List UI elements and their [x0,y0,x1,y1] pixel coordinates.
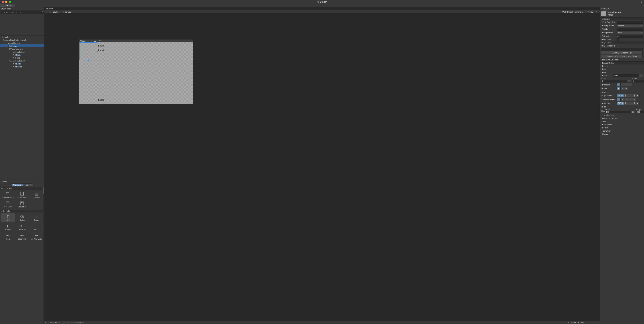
inspector-section-position[interactable]: ▸Position [600,68,644,71]
canvas-label[interactable]: Label [98,98,104,101]
foldout-toggle[interactable]: ▾ [1,39,3,41]
align-items-auto[interactable]: AUTO [616,94,624,97]
library-item[interactable]: List View [30,190,44,200]
tab-index-input[interactable] [616,35,643,38]
library-item[interactable]: TLabel [1,213,15,222]
new-selector-input[interactable] [6,11,41,13]
foldout-toggle[interactable]: ▾ [6,48,8,50]
inspector-section-flex[interactable]: ▾Flex [600,71,644,74]
foldout-toggle[interactable]: ▾ [8,60,10,62]
minimize-window-button[interactable] [5,1,7,3]
style-class-input[interactable] [601,48,642,50]
width-unit[interactable]: px [631,110,635,114]
hierarchy-file-row[interactable]: ▾ DynamicDataListItem.uxml [0,38,44,42]
library-item[interactable]: Tree View [1,200,15,209]
flex-grow-input[interactable] [632,80,644,82]
align-self-auto[interactable]: AUTO [616,102,624,105]
flex-wrap-reverse[interactable]: ↪ [624,87,628,90]
library-item[interactable]: Slider (Int) [15,232,29,241]
viewport-canvas[interactable]: ml #Image ↕↔ ▭ ▬ ▪ Label Label [44,13,600,321]
stylesheets-menu-button[interactable]: ⋮ [41,8,43,10]
hierarchy-item[interactable]: ▾VisualElement [0,50,44,53]
hierarchy-item[interactable]: ▾VisualElement [0,47,44,50]
inspector-section-display[interactable]: ▸Display [600,64,644,68]
selected-element-outline[interactable] [79,42,97,60]
inspector-section-transform[interactable]: ▸Transform [600,129,644,132]
flex-direction-row[interactable]: → [624,83,628,86]
hierarchy-item[interactable]: T#Name [0,53,44,56]
library-section-containers[interactable]: ▾ Containers [0,187,44,190]
hierarchy-item[interactable]: T#Title [0,56,44,59]
canvas-label[interactable]: Label [98,103,104,106]
anchor-icon-2[interactable]: ▬ [94,40,97,42]
library-tab-project[interactable]: Project [23,184,33,186]
move-handle-icon[interactable]: ↕↔ [88,40,90,42]
library-section-controls[interactable]: ▾ Controls [0,210,44,212]
inspector-section-inlined-styles[interactable]: ▾Inlined Styles [600,61,644,64]
foldout-toggle[interactable]: ▾ [8,51,10,52]
window-menu-button[interactable]: ⋮ [640,0,642,3]
focusable-checkbox[interactable] [616,38,619,41]
library-item[interactable]: Scroller [1,223,15,232]
library-item[interactable]: Group Box [15,200,29,209]
library-item[interactable]: Foldout [30,223,44,232]
uss-preview-toggle[interactable]: ▸ USS Preview [570,321,600,324]
hierarchy-item[interactable]: T#Phone [0,65,44,68]
foldout-toggle[interactable]: ▾ [6,45,8,47]
view-data-key-input[interactable] [616,21,643,24]
inspector-section-border[interactable]: ▸Border [600,126,644,129]
library-item[interactable]: Text Field [15,223,29,232]
flex-basis-unit[interactable]: - [639,74,643,77]
justify-start[interactable]: ▏ [616,98,620,101]
inspector-section-stylesheet[interactable]: ▾StyleSheet [600,41,644,44]
viewport-zoom-dropdown[interactable]: 100%▾ [52,11,61,13]
align-items-stretch[interactable]: ▮ [636,94,640,97]
align-self-center[interactable]: ▪ [628,102,632,105]
hierarchy-item[interactable]: ▾VisualElement [0,42,44,44]
justify-around[interactable]: ◌ [632,98,636,101]
library-item[interactable]: Slider [1,232,15,241]
open-external-icon[interactable]: ↗ [567,322,570,324]
foldout-toggle[interactable]: ▾ [4,42,5,44]
add-selector-button[interactable]: + [0,11,4,14]
tooltip-input[interactable] [616,28,643,30]
inspector-section-cursor[interactable]: ▸Cursor [600,132,644,136]
align-items-center[interactable]: ▪ [628,94,632,97]
library-tab-standard[interactable]: Standard [11,184,23,186]
size-minmax-toggle[interactable]: ▸Min - Max [600,114,644,117]
align-self-stretch[interactable]: ▮ [636,102,640,105]
resize-handle-bottom[interactable] [88,60,89,61]
canvas-label[interactable]: Label [98,49,104,52]
add-style-class-button[interactable]: Add Style Class to List [601,51,642,54]
height-input[interactable] [636,110,644,114]
hierarchy-item[interactable]: ▾VisualElement [0,59,44,62]
library-menu-button[interactable]: ⋮ [41,180,43,182]
align-items-start[interactable]: ▏ [624,94,628,97]
width-input[interactable] [605,110,631,114]
library-item[interactable]: Scroll View [15,190,29,200]
align-self-end[interactable]: ▕ [632,102,636,105]
inspector-section-matching-selectors[interactable]: ▸Matching Selectors [600,58,644,61]
inspector-section-align[interactable]: ▾Align [600,90,644,94]
flex-wrap[interactable]: ↩ [620,87,624,90]
inspector-section-background[interactable]: ▸Background [600,123,644,126]
flex-direction-column[interactable]: ↓↑ [616,83,620,86]
picking-mode-dropdown[interactable]: Position▾ [616,24,643,27]
flex-direction-column-reverse[interactable]: ↑↓ [620,83,624,86]
library-item[interactable]: Button [15,213,29,222]
library-item[interactable]: Toggle [30,213,44,222]
inspector-section-size[interactable]: ▾Size [600,105,644,108]
usage-hints-dropdown[interactable]: None▾ [616,31,643,34]
viewport-theme-dropdown[interactable]: Unity Default Runtime …▾ [561,11,586,13]
library-item[interactable]: Visual Element [1,190,15,200]
hierarchy-item[interactable]: T#Email [0,62,44,65]
inspector-section-attributes[interactable]: ▾Attributes [600,17,644,20]
flex-nowrap[interactable]: ↦ [616,87,620,90]
selection-header[interactable]: #Image ↕↔ ▭ ▬ ▪ [79,39,100,42]
viewport-menu-button[interactable]: ⋮ [594,11,598,13]
add-selector-dropdown[interactable]: ▾ [4,11,6,13]
hierarchy-item[interactable]: ▾#Image [0,44,44,47]
library-item[interactable]: Min-Max Slider [30,232,44,241]
resize-handle-right[interactable] [97,51,98,52]
inspector-section-style-class-list[interactable]: ▾Style Class List [600,44,644,47]
